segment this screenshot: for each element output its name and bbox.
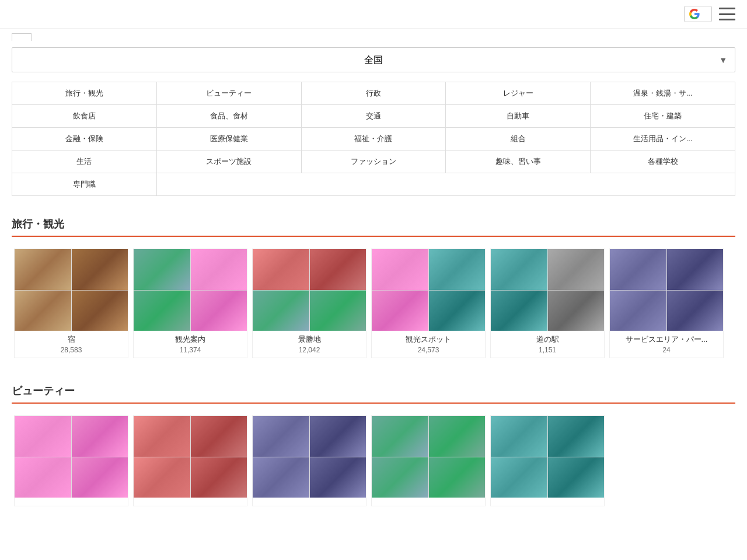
card-image-quadrant	[429, 416, 486, 457]
dropdown-wrapper: 全国 ▼	[12, 47, 735, 72]
category-row: 金融・保険医療保健業福祉・介護組合生活用品・イン...	[12, 128, 735, 150]
card[interactable]: サービスエリア・パー...24	[609, 249, 724, 358]
card-count: 28,583	[19, 346, 123, 354]
category-cell[interactable]: 各種学校	[591, 150, 735, 173]
card-image-quadrant	[72, 249, 128, 290]
category-cell[interactable]: 金融・保険	[12, 128, 157, 150]
card-image-quadrant	[372, 457, 428, 498]
card[interactable]	[490, 415, 605, 506]
card-title: 宿	[19, 334, 123, 345]
category-cell[interactable]: 住宅・建築	[591, 105, 735, 127]
card-image-quadrant	[191, 290, 247, 331]
category-cell[interactable]: ビューティー	[157, 82, 302, 104]
card-image-quadrant	[372, 249, 428, 290]
card[interactable]	[252, 415, 366, 506]
card-count: 11,374	[138, 346, 242, 354]
category-cell[interactable]: 生活	[12, 150, 157, 173]
google-translate-button[interactable]	[684, 6, 712, 22]
card-image-quadrant	[548, 457, 605, 498]
card-image	[253, 249, 366, 331]
card-info	[15, 498, 128, 506]
card-image-quadrant	[310, 290, 366, 331]
card-image-quadrant	[253, 457, 309, 498]
card-image	[15, 416, 128, 498]
category-cell[interactable]: 行政	[302, 82, 446, 104]
card-image-quadrant	[610, 290, 666, 331]
card[interactable]	[14, 415, 128, 506]
card-info: 景勝地12,042	[253, 331, 366, 358]
card-image-quadrant	[15, 249, 71, 290]
card-info: 宿28,583	[15, 331, 128, 358]
card-image-quadrant	[72, 416, 128, 457]
card-image	[491, 416, 604, 498]
card-image-quadrant	[15, 457, 71, 498]
category-row: 旅行・観光ビューティー行政レジャー温泉・銭湯・サ...	[12, 82, 735, 105]
card-image-quadrant	[310, 457, 366, 498]
card-image	[253, 416, 366, 498]
category-cell[interactable]: ファッション	[302, 150, 446, 173]
card[interactable]: 道の駅1,151	[490, 249, 605, 358]
card[interactable]: 観光案内11,374	[133, 249, 247, 358]
category-cell[interactable]: 福祉・介護	[302, 128, 446, 150]
card-image-quadrant	[310, 416, 366, 457]
card[interactable]	[133, 415, 247, 506]
region-select[interactable]: 全国	[12, 47, 735, 72]
card-info	[253, 498, 366, 506]
list-view-icon[interactable]	[719, 8, 735, 20]
card-image-quadrant	[134, 290, 190, 331]
card[interactable]: 宿28,583	[14, 249, 128, 358]
card-image-quadrant	[15, 290, 71, 331]
card-image-quadrant	[491, 416, 547, 457]
breadcrumb	[0, 29, 747, 47]
card-title: 観光スポット	[376, 334, 480, 345]
card-image	[372, 249, 485, 331]
category-cell[interactable]: 医療保健業	[157, 128, 302, 150]
card[interactable]	[371, 415, 486, 506]
card[interactable]: 観光スポット24,573	[371, 249, 486, 358]
category-cell[interactable]: 飲食店	[12, 105, 157, 127]
card-count: 1,151	[495, 346, 599, 354]
category-cell[interactable]: 交通	[302, 105, 446, 127]
category-cell[interactable]: レジャー	[446, 82, 591, 104]
card-info	[491, 498, 604, 506]
card-image-quadrant	[548, 290, 605, 331]
card-image	[134, 416, 247, 498]
card-image-quadrant	[372, 290, 428, 331]
card-image-quadrant	[134, 249, 190, 290]
card-image-quadrant	[134, 416, 190, 457]
card-image-quadrant	[429, 249, 486, 290]
category-cell[interactable]: 温泉・銭湯・サ...	[591, 82, 735, 104]
category-cell[interactable]: 趣味、習い事	[446, 150, 591, 173]
card-info: 道の駅1,151	[491, 331, 604, 358]
card-grid	[12, 413, 735, 509]
category-grid: 旅行・観光ビューティー行政レジャー温泉・銭湯・サ...飲食店食品、食材交通自動車…	[12, 82, 735, 196]
category-row: 飲食店食品、食材交通自動車住宅・建築	[12, 105, 735, 128]
category-cell[interactable]: 食品、食材	[157, 105, 302, 127]
dropdown-container: 全国 ▼	[0, 47, 747, 72]
category-cell[interactable]: 組合	[446, 128, 591, 150]
card-info	[372, 498, 485, 506]
card-image-quadrant	[310, 249, 366, 290]
category-cell[interactable]: 自動車	[446, 105, 591, 127]
header	[0, 0, 747, 29]
section-heading: ビューティー	[0, 374, 747, 402]
card-image	[134, 249, 247, 331]
card-title: サービスエリア・パー...	[615, 334, 718, 345]
category-cell[interactable]: 生活用品・イン...	[591, 128, 735, 150]
card-image-quadrant	[134, 457, 190, 498]
card-image-quadrant	[548, 249, 605, 290]
card-image-quadrant	[491, 249, 547, 290]
breadcrumb-tab[interactable]	[12, 33, 32, 41]
card-count: 24,573	[376, 346, 480, 354]
category-row: 生活スポーツ施設ファッション趣味、習い事各種学校	[12, 150, 735, 173]
card-count: 24	[615, 346, 718, 354]
category-cell[interactable]: スポーツ施設	[157, 150, 302, 173]
category-cell[interactable]: 旅行・観光	[12, 82, 157, 104]
card-image-quadrant	[667, 290, 724, 331]
card-image-quadrant	[491, 290, 547, 331]
card[interactable]: 景勝地12,042	[252, 249, 366, 358]
card-image	[610, 249, 723, 331]
google-icon	[689, 9, 700, 19]
category-row: 専門職	[12, 173, 735, 195]
category-cell[interactable]: 専門職	[12, 173, 157, 195]
